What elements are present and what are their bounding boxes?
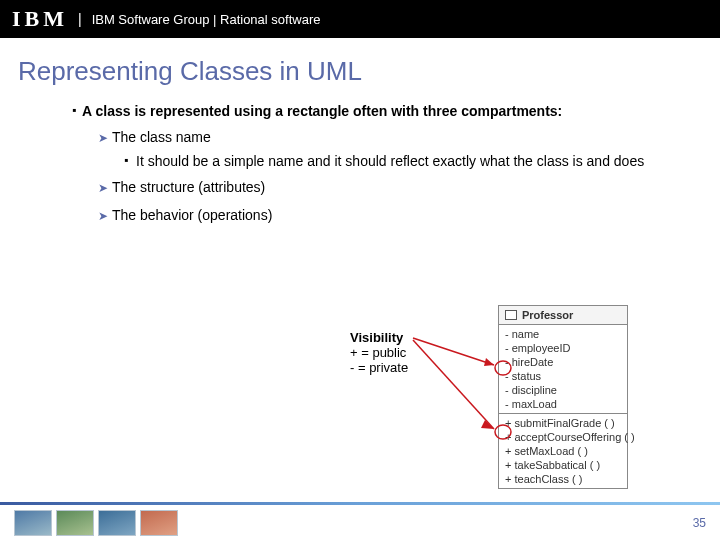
footer-thumbnails — [14, 510, 178, 536]
slide: IBM | IBM Software Group | Rational soft… — [0, 0, 720, 540]
bullet-marker: ▪ — [124, 153, 136, 169]
arrow-head-icon — [481, 420, 494, 429]
uml-attr: - status — [499, 369, 627, 383]
footer-thumb — [14, 510, 52, 536]
uml-op: + submitFinalGrade ( ) — [499, 416, 627, 430]
bullet-2b: ➤ The structure (attributes) — [98, 179, 680, 197]
arrow-head-icon — [484, 358, 494, 366]
uml-class-name: Professor — [522, 309, 573, 321]
uml-op: + acceptCourseOffering ( ) — [499, 430, 627, 444]
bullet-2a-text: The class name — [112, 129, 211, 147]
slide-title: Representing Classes in UML — [0, 38, 720, 93]
bullet-1-text: A class is represented using a rectangle… — [82, 103, 562, 119]
topbar-separator: | — [78, 11, 82, 27]
uml-attr: - maxLoad — [499, 397, 627, 411]
page-number: 35 — [693, 516, 706, 530]
uml-op: + setMaxLoad ( ) — [499, 444, 627, 458]
uml-attr: - employeeID — [499, 341, 627, 355]
footer-inner: 35 — [0, 505, 720, 540]
uml-attr: - name — [499, 327, 627, 341]
uml-attr: - hireDate — [499, 355, 627, 369]
class-icon — [505, 310, 517, 320]
slide-body: ▪ A class is represented using a rectang… — [0, 103, 720, 225]
arrow-line — [413, 340, 494, 429]
uml-op: + takeSabbatical ( ) — [499, 458, 627, 472]
visibility-legend: Visibility + = public - = private — [350, 330, 408, 375]
visibility-public: + = public — [350, 345, 408, 360]
footer-thumb — [98, 510, 136, 536]
uml-class-box: Professor - name - employeeID - hireDate… — [498, 305, 628, 489]
footer: 35 — [0, 502, 720, 540]
bullet-1: ▪ A class is represented using a rectang… — [72, 103, 680, 119]
bullet-2a: ➤ The class name — [98, 129, 680, 147]
bullet-marker: ▪ — [72, 103, 82, 119]
uml-attributes: - name - employeeID - hireDate - status … — [499, 325, 627, 414]
bullet-marker: ➤ — [98, 179, 112, 197]
bullet-3a-text: It should be a simple name and it should… — [136, 153, 644, 169]
footer-thumb — [56, 510, 94, 536]
bullet-3a: ▪ It should be a simple name and it shou… — [124, 153, 680, 169]
arrow-line — [413, 338, 494, 365]
bullet-2b-text: The structure (attributes) — [112, 179, 265, 197]
footer-thumb — [140, 510, 178, 536]
uml-attr: - discipline — [499, 383, 627, 397]
uml-class-name-row: Professor — [499, 306, 627, 325]
visibility-title: Visibility — [350, 330, 408, 345]
uml-operations: + submitFinalGrade ( ) + acceptCourseOff… — [499, 414, 627, 488]
ibm-logo: IBM — [12, 6, 68, 32]
bullet-marker: ➤ — [98, 207, 112, 225]
topbar: IBM | IBM Software Group | Rational soft… — [0, 0, 720, 38]
bullet-2c-text: The behavior (operations) — [112, 207, 272, 225]
uml-op: + teachClass ( ) — [499, 472, 627, 486]
visibility-private: - = private — [350, 360, 408, 375]
bullet-2c: ➤ The behavior (operations) — [98, 207, 680, 225]
topbar-text: IBM Software Group | Rational software — [92, 12, 321, 27]
bullet-marker: ➤ — [98, 129, 112, 147]
